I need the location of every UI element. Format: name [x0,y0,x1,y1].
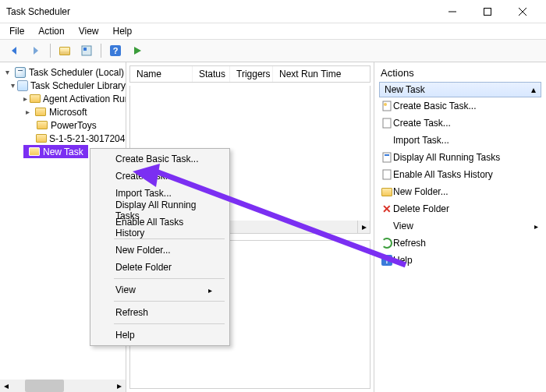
ctx-create-task[interactable]: Create Task... [92,168,228,185]
menu-view[interactable]: View [73,24,105,38]
column-triggers[interactable]: Triggers [230,66,273,82]
action-label: Enable All Tasks History [393,169,493,180]
action-delete-folder[interactable]: ✕Delete Folder [379,200,541,217]
doc-icon [381,168,393,181]
folder-icon [36,132,47,145]
column-status[interactable]: Status [193,66,230,82]
ctx-label: Create Task... [115,171,173,182]
help-button[interactable]: ? [106,41,125,60]
chevron-right-icon[interactable]: ▸ [23,108,32,116]
ctx-separator [114,278,225,279]
tree-library[interactable]: ▾ Task Scheduler Library [0,79,126,92]
scroll-thumb[interactable] [25,380,64,392]
doc-icon [381,117,393,129]
back-button[interactable] [5,41,23,60]
list-header: Name Status Triggers Next Run Time [129,65,370,83]
x-icon: ✕ [381,203,393,215]
tree-folder[interactable]: S-1-5-21-3017204821- [0,132,126,145]
action-label: Import Task... [393,135,449,146]
ctx-view[interactable]: View▸ [92,281,228,298]
menu-help[interactable]: Help [107,24,139,38]
actions-subtitle-bar[interactable]: New Task ▴ [379,82,541,97]
action-enable-history[interactable]: Enable All Tasks History [379,166,541,183]
ctx-separator [114,301,225,302]
ctx-delete-folder[interactable]: Delete Folder [92,259,228,276]
run-button[interactable] [128,41,147,60]
toolbar-separator [50,44,51,58]
submenu-icon: ▸ [208,286,212,295]
up-button[interactable] [55,41,74,60]
scroll-left-icon[interactable]: ◂ [0,380,12,392]
tree-folder-label: PowerToys [51,120,97,131]
tree-library-label: Task Scheduler Library [30,80,126,91]
tree-folder[interactable]: ▸ Agent Activation Runt [0,92,126,105]
window-title: Task Scheduler [6,6,434,17]
ctx-create-basic-task[interactable]: Create Basic Task... [92,150,228,168]
action-label: Create Task... [393,118,451,129]
chevron-right-icon[interactable]: ▸ [23,94,27,103]
action-view[interactable]: View▸ [379,217,541,235]
folder-icon [28,146,41,158]
tree-folder[interactable]: PowerToys [0,118,126,132]
ctx-label: Import Task... [115,188,172,199]
menu-file[interactable]: File [3,24,30,38]
action-label: Help [393,255,413,266]
minimize-button[interactable] [434,0,470,23]
tree-folder-label: Microsoft [49,107,87,118]
action-create-task[interactable]: Create Task... [379,115,541,132]
tree-root-label: Task Scheduler (Local) [29,67,124,78]
ctx-help[interactable]: Help [92,327,228,344]
column-name[interactable]: Name [130,66,193,82]
tree-scrollbar[interactable]: ◂ ▸ [0,380,126,392]
submenu-icon: ▸ [534,222,538,231]
actions-subtitle: New Task [385,84,425,95]
ctx-new-folder[interactable]: New Folder... [92,242,228,259]
chevron-down-icon[interactable]: ▾ [3,68,12,76]
tree-selected-label: New Task [43,147,83,157]
column-nextrun[interactable]: Next Run Time [273,66,370,82]
actions-pane: Actions New Task ▴ Create Basic Task... … [374,62,546,392]
properties-button[interactable] [77,41,96,60]
close-button[interactable] [505,0,540,23]
action-new-folder[interactable]: New Folder... [379,183,541,200]
svg-marker-8 [134,47,141,55]
forward-button[interactable] [27,41,45,60]
doc-icon [381,151,393,164]
action-label: View [393,221,413,231]
scheduler-icon [14,66,27,79]
tree-root[interactable]: ▾ Task Scheduler (Local) [0,65,126,79]
scroll-right-icon[interactable]: ▸ [357,221,370,233]
svg-point-10 [384,103,387,106]
ctx-label: Create Basic Task... [115,154,199,164]
ctx-label: Help [115,330,135,341]
collapse-icon[interactable]: ▴ [531,84,536,95]
svg-rect-11 [383,118,391,128]
action-refresh[interactable]: Refresh [379,235,541,252]
ctx-refresh[interactable]: Refresh [92,304,228,321]
actions-title: Actions [379,65,541,82]
menubar: File Action View Help [0,23,546,39]
ctx-label: Enable All Tasks History [115,217,212,238]
chevron-down-icon[interactable]: ▾ [11,81,15,90]
action-label: Create Basic Task... [393,101,477,111]
action-label: New Folder... [393,186,448,197]
svg-rect-12 [383,153,391,162]
titlebar: Task Scheduler [0,0,546,23]
ctx-separator [114,238,225,239]
action-help[interactable]: ?Help [379,252,541,269]
doc-icon [381,100,393,112]
menu-action[interactable]: Action [32,24,70,38]
action-create-basic-task[interactable]: Create Basic Task... [379,97,541,115]
ctx-enable-history[interactable]: Enable All Tasks History [92,219,228,236]
folder-icon [36,119,48,132]
tree-folder[interactable]: ▸ Microsoft [0,105,126,118]
action-display-running[interactable]: Display All Running Tasks [379,149,541,166]
ctx-label: Refresh [115,307,148,318]
maximize-button[interactable] [470,0,505,23]
tree-folder-label: S-1-5-21-3017204821- [49,133,126,144]
main-area: ▾ Task Scheduler (Local) ▾ Task Schedule… [0,62,546,392]
scroll-right-icon[interactable]: ▸ [113,380,126,392]
action-label: Display All Running Tasks [393,152,500,163]
action-import-task[interactable]: Import Task... [379,132,541,149]
ctx-label: Delete Folder [115,262,172,273]
